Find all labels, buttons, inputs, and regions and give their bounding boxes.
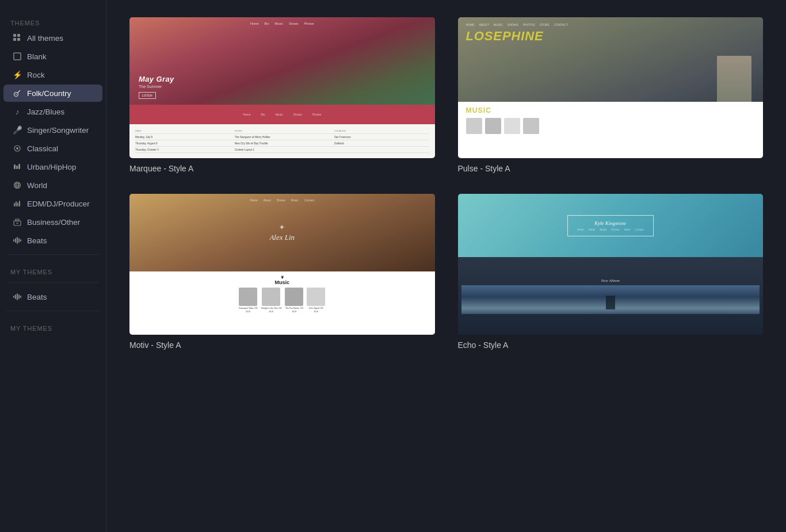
marquee-preview: HomeBioMusicShowsPhotos May Gray The Sum… bbox=[129, 17, 435, 158]
mic-icon: 🎤 bbox=[13, 125, 22, 135]
sidebar-item-label: Blank bbox=[27, 52, 47, 61]
sidebar-item-classical[interactable]: Classical bbox=[3, 140, 102, 157]
beats-icon bbox=[13, 236, 22, 245]
theme-card-echo[interactable]: Kyle Kingstone Home About Music Photos S… bbox=[458, 194, 764, 350]
sidebar-item-beats[interactable]: Beats bbox=[3, 232, 102, 249]
svg-rect-0 bbox=[13, 34, 16, 37]
sidebar-item-label: All themes bbox=[27, 34, 63, 43]
hiphop-icon bbox=[13, 162, 22, 171]
svg-rect-32 bbox=[17, 293, 18, 300]
sidebar-divider-2 bbox=[7, 282, 99, 283]
lightning-icon: ⚡ bbox=[13, 70, 22, 79]
svg-rect-30 bbox=[13, 296, 14, 298]
equalizer-icon bbox=[13, 199, 22, 208]
grid-icon bbox=[13, 33, 22, 43]
music-note-icon: ♪ bbox=[13, 107, 22, 116]
sidebar-item-urban-hiphop[interactable]: Urban/HipHop bbox=[3, 158, 102, 175]
sidebar-item-folk-country[interactable]: Folk/Country bbox=[3, 85, 102, 102]
theme-card-motiv[interactable]: HomeAboutShowsMusicContact ✦ Alex Lin ♛ … bbox=[129, 194, 435, 350]
sidebar-item-label: Classical bbox=[27, 144, 58, 153]
svg-rect-23 bbox=[16, 219, 19, 221]
svg-rect-29 bbox=[20, 239, 21, 242]
svg-rect-31 bbox=[15, 294, 16, 299]
svg-rect-1 bbox=[17, 34, 20, 37]
theme-name-pulse: Pulse - Style A bbox=[458, 164, 764, 173]
theme-name-marquee: Marquee - Style A bbox=[129, 164, 435, 173]
svg-rect-27 bbox=[17, 237, 18, 244]
sidebar-item-singer-songwriter[interactable]: 🎤 Singer/Songwriter bbox=[3, 121, 102, 139]
svg-rect-3 bbox=[17, 38, 20, 41]
sidebar-item-world[interactable]: World bbox=[3, 177, 102, 194]
svg-rect-9 bbox=[16, 147, 18, 150]
svg-rect-2 bbox=[13, 38, 16, 41]
sidebar-item-label: World bbox=[27, 181, 47, 190]
classical-icon bbox=[13, 144, 22, 153]
sidebar-item-jazz-blues[interactable]: ♪ Jazz/Blues bbox=[3, 103, 102, 120]
sidebar: themes All themes Blank ⚡ Rock bbox=[0, 0, 106, 532]
sidebar-divider-1 bbox=[7, 254, 99, 255]
sidebar-item-label: Rock bbox=[27, 71, 45, 79]
svg-rect-21 bbox=[19, 201, 20, 206]
pulse-preview: HOMEABOUTMUSICSHOWSPHOTOSSTORECONTACT LO… bbox=[458, 17, 764, 158]
globe-icon bbox=[13, 181, 22, 190]
sidebar-item-label: Beats bbox=[27, 293, 47, 301]
sidebar-my-themes: My themes bbox=[0, 264, 106, 278]
theme-card-pulse[interactable]: HOMEABOUTMUSICSHOWSPHOTOSSTORECONTACT LO… bbox=[458, 17, 764, 173]
themes-grid: HomeBioMusicShowsPhotos May Gray The Sum… bbox=[129, 17, 763, 350]
motiv-preview: HomeAboutShowsMusicContact ✦ Alex Lin ♛ … bbox=[129, 194, 435, 335]
guitar-icon bbox=[13, 89, 22, 98]
beats-bottom-icon bbox=[13, 292, 22, 301]
main-content: HomeBioMusicShowsPhotos May Gray The Sum… bbox=[106, 0, 786, 532]
sidebar-item-edm-dj-producer[interactable]: EDM/DJ/Producer bbox=[3, 195, 102, 212]
theme-card-marquee[interactable]: HomeBioMusicShowsPhotos May Gray The Sum… bbox=[129, 17, 435, 173]
svg-rect-11 bbox=[16, 166, 18, 169]
business-icon bbox=[13, 217, 22, 227]
svg-point-7 bbox=[16, 94, 17, 95]
svg-line-6 bbox=[18, 90, 21, 93]
sidebar-section-themes: themes bbox=[0, 15, 106, 29]
sidebar-item-rock[interactable]: ⚡ Rock bbox=[3, 66, 102, 83]
svg-rect-18 bbox=[14, 203, 15, 206]
sidebar-my-themes-bottom: My themes bbox=[0, 320, 106, 334]
sidebar-item-label: Beats bbox=[27, 236, 47, 245]
sidebar-item-label: Folk/Country bbox=[27, 89, 71, 98]
sidebar-divider-3 bbox=[7, 311, 99, 311]
svg-rect-19 bbox=[16, 201, 17, 206]
sidebar-item-label: Business/Other bbox=[27, 218, 80, 227]
svg-rect-28 bbox=[18, 238, 20, 243]
sidebar-item-label: Urban/HipHop bbox=[27, 163, 77, 171]
svg-rect-20 bbox=[17, 202, 18, 206]
sidebar-item-label: EDM/DJ/Producer bbox=[27, 200, 90, 208]
blank-icon bbox=[13, 52, 22, 61]
svg-rect-12 bbox=[18, 164, 20, 169]
sidebar-item-blank[interactable]: Blank bbox=[3, 48, 102, 65]
sidebar-item-business-other[interactable]: Business/Other bbox=[3, 213, 102, 231]
theme-name-motiv: Motiv - Style A bbox=[129, 340, 435, 350]
svg-rect-25 bbox=[13, 239, 14, 242]
sidebar-item-label: Jazz/Blues bbox=[27, 108, 64, 116]
svg-rect-4 bbox=[14, 53, 21, 60]
svg-rect-33 bbox=[18, 294, 20, 299]
svg-rect-10 bbox=[14, 164, 16, 169]
sidebar-item-beats-bottom[interactable]: Beats bbox=[3, 288, 102, 305]
theme-name-echo: Echo - Style A bbox=[458, 340, 764, 350]
echo-preview: Kyle Kingstone Home About Music Photos S… bbox=[458, 194, 764, 335]
svg-rect-26 bbox=[15, 238, 16, 243]
sidebar-item-label: Singer/Songwriter bbox=[27, 126, 89, 135]
svg-rect-34 bbox=[20, 296, 21, 298]
sidebar-item-all-themes[interactable]: All themes bbox=[3, 29, 102, 47]
